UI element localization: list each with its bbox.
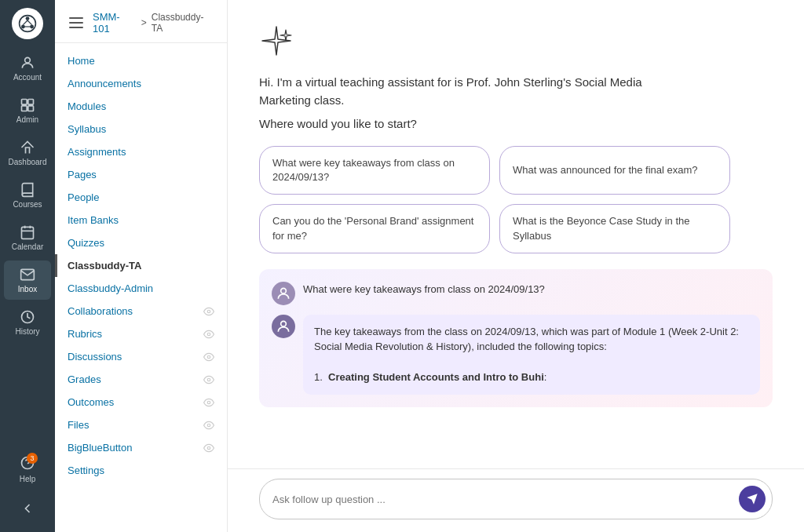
nav-help[interactable]: 3 Help <box>0 449 55 490</box>
svg-rect-9 <box>28 100 34 105</box>
user-avatar <box>272 282 295 305</box>
send-button[interactable] <box>739 486 766 512</box>
svg-point-27 <box>281 321 287 326</box>
svg-line-4 <box>23 20 27 25</box>
svg-point-24 <box>207 424 210 427</box>
svg-rect-8 <box>22 100 27 105</box>
nav-collapse-button[interactable] <box>12 493 43 524</box>
breadcrumb: SMM-101 > Classbuddy-TA <box>93 11 214 35</box>
sidebar-item-grades[interactable]: Grades <box>55 368 227 391</box>
global-nav: Account Admin Dashboard Courses Calendar… <box>0 0 55 532</box>
nav-courses[interactable]: Courses <box>0 176 55 215</box>
ta-message-bubble: The key takeaways from the class on 2024… <box>303 315 760 395</box>
sidebar-item-item-banks[interactable]: Item Banks <box>55 209 227 231</box>
canvas-logo <box>12 8 43 39</box>
svg-point-1 <box>26 16 30 20</box>
follow-up-input[interactable] <box>272 494 739 505</box>
sidebar-item-classbuddy-ta[interactable]: Classbuddy-TA <box>55 254 227 277</box>
nav-account[interactable]: Account <box>0 49 55 88</box>
nav-inbox[interactable]: Inbox <box>0 261 55 300</box>
ta-message-text: The key takeaways from the class on 2024… <box>314 326 739 353</box>
eye-icon <box>203 374 214 385</box>
user-message: What were key takeaways from class on 20… <box>272 282 760 305</box>
ta-list-item: Creating Student Accounts and Intro to B… <box>328 371 544 383</box>
chip-personal-brand[interactable]: Can you do the 'Personal Brand' assignme… <box>259 204 490 253</box>
greeting-block: Hi. I'm a virtual teaching assistant for… <box>259 74 773 130</box>
chat-messages: What were key takeaways from class on 20… <box>259 269 773 407</box>
sidebar-item-people[interactable]: People <box>55 186 227 209</box>
greeting-text: Hi. I'm a virtual teaching assistant for… <box>259 74 652 109</box>
svg-rect-10 <box>22 106 27 111</box>
sidebar-item-files[interactable]: Files <box>55 414 227 436</box>
ta-message: The key takeaways from the class on 2024… <box>272 315 760 395</box>
sidebar-item-outcomes[interactable]: Outcomes <box>55 391 227 414</box>
nav-dashboard[interactable]: Dashboard <box>0 133 55 173</box>
eye-icon <box>203 329 214 340</box>
svg-point-26 <box>281 288 287 293</box>
sidebar-item-discussions[interactable]: Discussions <box>55 345 227 368</box>
eye-icon <box>203 352 214 363</box>
suggestion-chips: What were key takeaways from class on 20… <box>259 146 730 253</box>
sidebar-item-pages[interactable]: Pages <box>55 163 227 186</box>
svg-point-19 <box>207 310 210 313</box>
chip-takeaways[interactable]: What were key takeaways from class on 20… <box>259 146 490 195</box>
start-prompt: Where would you like to start? <box>259 117 773 130</box>
sidebar-item-announcements[interactable]: Announcements <box>55 72 227 95</box>
help-badge: 3 <box>27 453 38 464</box>
nav-admin[interactable]: Admin <box>0 91 55 130</box>
input-wrap <box>259 479 773 519</box>
nav-calendar[interactable]: Calendar <box>0 218 55 257</box>
sidebar-item-classbuddy-admin[interactable]: Classbuddy-Admin <box>55 277 227 300</box>
svg-point-25 <box>207 446 210 450</box>
sidebar-item-assignments[interactable]: Assignments <box>55 140 227 163</box>
eye-icon <box>203 397 214 408</box>
main-content: Hi. I'm a virtual teaching assistant for… <box>228 0 804 532</box>
course-nav-header: SMM-101 > Classbuddy-TA <box>55 0 227 43</box>
sidebar-item-syllabus[interactable]: Syllabus <box>55 118 227 140</box>
hamburger-button[interactable] <box>68 16 85 30</box>
breadcrumb-course[interactable]: SMM-101 <box>93 11 137 35</box>
eye-icon <box>203 443 214 454</box>
svg-point-23 <box>207 401 210 404</box>
sparkle-icon <box>259 24 773 58</box>
svg-point-7 <box>25 57 31 63</box>
svg-point-22 <box>207 378 210 381</box>
breadcrumb-current: Classbuddy-TA <box>152 12 214 34</box>
sidebar-item-quizzes[interactable]: Quizzes <box>55 231 227 254</box>
sidebar-item-collaborations[interactable]: Collaborations <box>55 300 227 322</box>
eye-icon <box>203 420 214 431</box>
user-message-text: What were key takeaways from class on 20… <box>303 282 545 297</box>
sidebar-item-rubrics[interactable]: Rubrics <box>55 322 227 345</box>
chip-beyonce[interactable]: What is the Beyonce Case Study in the Sy… <box>499 204 730 253</box>
chat-area: Hi. I'm a virtual teaching assistant for… <box>228 0 804 468</box>
course-nav-items: Home Announcements Modules Syllabus Assi… <box>55 43 227 488</box>
sidebar-item-settings[interactable]: Settings <box>55 459 227 482</box>
svg-point-21 <box>207 355 210 359</box>
ta-avatar <box>272 315 295 338</box>
chip-final-exam[interactable]: What was announced for the final exam? <box>499 146 730 195</box>
eye-icon <box>203 306 214 317</box>
input-area <box>228 468 804 532</box>
sidebar-item-modules[interactable]: Modules <box>55 95 227 118</box>
sidebar-item-bigbluebutton[interactable]: BigBlueButton <box>55 436 227 459</box>
sidebar-item-home[interactable]: Home <box>55 49 227 72</box>
course-sidebar: SMM-101 > Classbuddy-TA Home Announcemen… <box>55 0 228 532</box>
nav-history[interactable]: History <box>0 303 55 342</box>
svg-point-20 <box>207 333 210 336</box>
svg-line-5 <box>27 20 32 25</box>
svg-rect-12 <box>22 227 34 239</box>
breadcrumb-separator: > <box>141 17 147 28</box>
svg-rect-11 <box>28 106 34 111</box>
